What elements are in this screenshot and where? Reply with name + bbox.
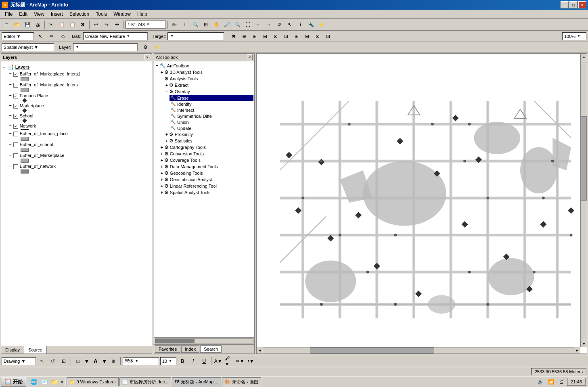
sketch-tool3[interactable]: ⊞ — [250, 32, 259, 41]
drawing-A[interactable]: A — [91, 357, 100, 366]
select-tool[interactable]: ⊞ — [201, 20, 211, 29]
map-hscrollbar[interactable]: ◄ ► — [257, 347, 580, 354]
list-item[interactable]: − Network — [3, 123, 150, 129]
taskbar-ie2[interactable]: 📧 — [39, 377, 49, 386]
tree-item-intersect[interactable]: 🔨 Intersect — [169, 107, 253, 113]
drawing-select[interactable]: ⊕ — [109, 357, 118, 366]
list-item[interactable]: − Buffer_of_school — [3, 142, 150, 148]
menu-insert[interactable]: Insert — [48, 10, 66, 18]
tree-item-datamanagement[interactable]: + ⚙ Data Management Tools — [160, 163, 253, 170]
scroll-down-button[interactable]: ▼ — [581, 341, 587, 347]
tab-favorites[interactable]: Favorites — [155, 345, 180, 353]
tab-index[interactable]: Index — [181, 345, 199, 353]
copy-button[interactable]: 📋 — [57, 20, 67, 29]
italic-button[interactable]: I — [188, 357, 198, 366]
sketch-tool10[interactable]: ⊡ — [323, 32, 333, 41]
map-vscrollbar[interactable]: ▲ ▼ — [580, 54, 587, 347]
editor-vertex[interactable]: ◇ — [58, 32, 68, 41]
zoom-in-tool[interactable]: 🔎 — [222, 20, 232, 29]
tree-item-overlay[interactable]: − ⚙ Overlay — [165, 88, 253, 95]
list-item[interactable]: − Famous Place — [3, 93, 150, 99]
pointer-tool[interactable]: ↖ — [285, 20, 295, 29]
sketch-tool5[interactable]: ⊠ — [271, 32, 280, 41]
save-button[interactable]: 💾 — [23, 20, 32, 29]
add-data-button[interactable]: ✛ — [112, 20, 122, 29]
menu-window[interactable]: Window — [110, 10, 134, 18]
search-tool[interactable]: 🔦 — [306, 20, 316, 29]
tree-item-cartography[interactable]: + ⚙ Cartography Tools — [160, 144, 253, 151]
layer-checkbox-8[interactable] — [13, 153, 18, 158]
tree-item-erase[interactable]: 🔨 Erase — [169, 95, 253, 101]
tree-item-linear[interactable]: + ⚙ Linear Referencing Tool — [160, 183, 253, 189]
refresh-tool[interactable]: ↺ — [274, 20, 284, 29]
font-color-button[interactable]: A▼ — [213, 357, 223, 366]
target-dropdown[interactable]: ▼ — [167, 32, 224, 40]
tree-item-update[interactable]: 🔨 Update — [169, 125, 253, 131]
start-button[interactable]: 🪟 开始 — [1, 377, 26, 387]
forward-tool[interactable]: → — [264, 20, 274, 29]
tree-item-coverage[interactable]: + ⚙ Coverage Tools — [160, 157, 253, 163]
shadow-button[interactable]: •▼ — [246, 357, 256, 366]
sketch-tool9[interactable]: ⊠ — [313, 32, 322, 41]
fill-color-button[interactable]: 🖌▼ — [224, 357, 234, 366]
taskbar-explorer[interactable]: 📁 9 Windows Explorer — [67, 377, 119, 386]
task-dropdown[interactable]: Create New Feature ▼ — [83, 32, 148, 40]
bold-button[interactable]: B — [178, 357, 187, 366]
find-tool[interactable]: 🔍 — [190, 20, 200, 29]
layer-checkbox-3[interactable] — [13, 104, 18, 109]
tree-item-3d[interactable]: + ⚙ 3D Analyst Tools — [160, 69, 253, 75]
list-item[interactable]: − Buffer_of_network — [3, 163, 150, 169]
maximize-button[interactable]: □ — [569, 1, 578, 8]
paste-button[interactable]: 📋 — [67, 20, 77, 29]
layer-checkbox-0[interactable] — [13, 72, 18, 77]
sketch-tool8[interactable]: ⊟ — [302, 32, 312, 41]
tab-display[interactable]: Display — [1, 346, 24, 354]
tree-item-geostatistical[interactable]: + ⚙ Geostatistical Analyst — [160, 176, 253, 183]
map-area[interactable]: ▲ ▼ ◄ ► — [256, 53, 587, 354]
tab-search[interactable]: Search — [200, 345, 222, 353]
tree-item-spatialanalyst[interactable]: + ⚙ Spatial Analyst Tools — [160, 189, 253, 196]
drawing-pointer[interactable]: ↖ — [37, 357, 47, 366]
menu-tools[interactable]: Tools — [92, 10, 110, 18]
scroll-up-button[interactable]: ▲ — [581, 54, 587, 60]
tree-item-analysis[interactable]: − ⚙ Analysis Tools — [160, 75, 253, 82]
layer-checkbox-7[interactable] — [13, 142, 18, 147]
tree-item-proximity[interactable]: + ⚙ Proximity — [165, 131, 253, 138]
measure-tool[interactable]: ⚡ — [316, 20, 326, 29]
identify-tool[interactable]: i — [180, 20, 190, 29]
tab-source[interactable]: Source — [24, 346, 47, 354]
editor-dropdown[interactable]: Editor ▼ — [2, 32, 34, 40]
tree-item-arctoolbox[interactable]: − 🔧 ArcToolbox — [155, 62, 253, 69]
zoom-out-tool[interactable]: 🔍 — [232, 20, 242, 29]
drawing-text[interactable]: ⊡ — [59, 357, 69, 366]
tree-item-symdiff[interactable]: 🔨 Symmetrical Diffe — [169, 113, 253, 119]
toolbox-close-button[interactable]: × — [247, 54, 253, 60]
minimize-button[interactable]: _ — [561, 1, 569, 8]
list-item[interactable]: − Buffer_of_Marketplace — [3, 153, 150, 159]
layer-btn2[interactable]: ⚡ — [152, 43, 162, 52]
scroll-left-button[interactable]: ◄ — [257, 347, 263, 354]
layers-close-button[interactable]: × — [144, 54, 150, 60]
sketch-tool1[interactable]: ✖ — [229, 32, 239, 41]
full-extent-tool[interactable]: ⛶ — [243, 20, 253, 29]
info-tool[interactable]: ℹ — [295, 20, 305, 29]
menu-help[interactable]: Help — [134, 10, 151, 18]
new-button[interactable]: □ — [2, 20, 11, 29]
open-button[interactable]: 📂 — [12, 20, 22, 29]
taskbar-arcmap[interactable]: 🗺 无标题 - ArcMap ... — [172, 377, 221, 386]
list-item[interactable]: − Marketplace — [3, 103, 150, 109]
spatial-analyst-dropdown[interactable]: Spatial Analyst ▼ — [2, 43, 54, 51]
drawing-rect[interactable]: □ — [73, 357, 83, 366]
tree-item-statistics[interactable]: + ⚙ Statistics — [165, 138, 253, 144]
layer-checkbox-1[interactable] — [13, 83, 18, 88]
layer-checkbox-6[interactable] — [13, 132, 18, 136]
undo-button[interactable]: ↩ — [91, 20, 101, 29]
taskbar-doc[interactable]: 📄 市区择房分析.doc... — [119, 377, 171, 386]
drawing-dropdown[interactable]: Drawing ▼ — [2, 357, 36, 365]
sketch-tool7[interactable]: ⊞ — [292, 32, 301, 41]
taskbar-paint[interactable]: 🎨 未命名 - 画图 — [222, 377, 261, 386]
taskbar-folder[interactable]: 📁 — [50, 377, 59, 386]
sketch-tool4[interactable]: ⊟ — [260, 32, 270, 41]
layers-group[interactable]: − 📑 Layers — [3, 63, 150, 71]
back-tool[interactable]: ← — [253, 20, 263, 29]
